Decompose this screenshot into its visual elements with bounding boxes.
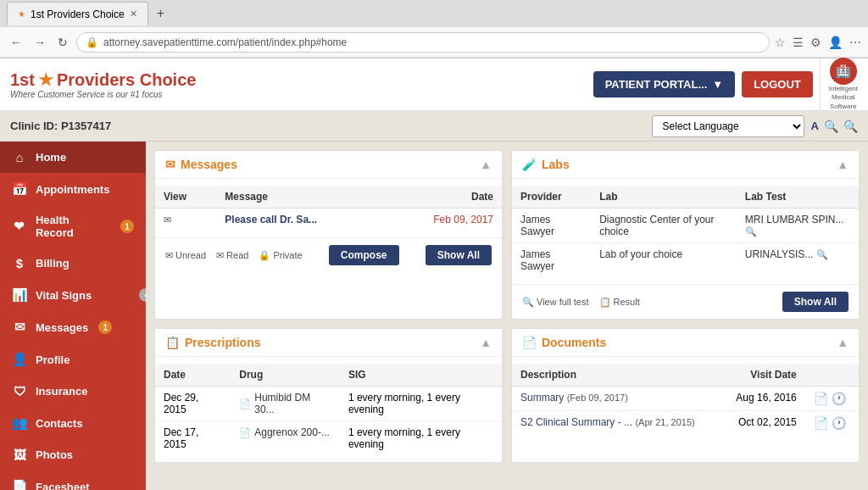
doc-visit-date-2: Oct 02, 2015 [721,411,805,436]
unread-filter[interactable]: ✉ Unread [165,250,206,261]
photos-icon: 🖼 [12,448,27,462]
back-btn[interactable]: ← [7,32,25,53]
sidebar-item-photos[interactable]: 🖼 Photos [0,439,146,471]
sidebar-item-vital-signs[interactable]: 📊 Vital Signs ‹ [0,279,146,311]
vital-signs-icon: 📊 [12,287,27,303]
sidebar-item-contacts[interactable]: 👥 Contacts [0,407,146,439]
rx-col-sig: SIG [340,364,502,387]
messages-card-header: ✉ Messages ▲ [155,151,502,179]
doc-desc-text-2: S2 Clinical Summary - ... [520,416,632,428]
messages-badge: 1 [98,320,112,334]
table-row: James Sawyer Lab of your choice URINALYS… [512,243,859,278]
forward-btn[interactable]: → [31,32,49,53]
sidebar-label-facesheet: Facesheet [36,481,90,491]
browser-chrome: ★ 1st Providers Choice ✕ + ← → ↻ 🔒 attor… [0,0,868,58]
doc-desc-1: Summary (Feb 09, 2017) [512,387,721,411]
contacts-icon: 👥 [12,415,27,431]
sidebar-label-contacts: Contacts [36,417,83,430]
doc-view-icon-1[interactable]: 📄 [814,392,828,405]
result-link[interactable]: 📋 Result [599,297,640,308]
logo-prefix: 1st [10,70,35,90]
labs-card-title: 🧪 Labs [522,158,570,171]
documents-card-header: 📄 Documents ▲ [512,329,859,357]
new-tab-btn[interactable]: + [152,6,170,21]
doc-clock-icon-1[interactable]: 🕐 [832,392,846,405]
sidebar-item-messages[interactable]: ✉ Messages 1 [0,311,146,343]
prescriptions-card-header: 📋 Prescriptions ▲ [155,329,502,357]
sidebar-label-billing: Billing [36,257,70,270]
msg-link[interactable]: Please call Dr. Sa... [225,214,317,226]
messages-show-all-btn[interactable]: Show All [426,245,492,265]
prescriptions-collapse-btn[interactable]: ▲ [480,336,492,349]
logo: 1st ★ Providers Choice Where Customer Se… [10,70,196,99]
lab-provider-1: James Sawyer [512,209,591,243]
doc-actions-2: 📄 🕐 [805,411,859,436]
messages-col-date: Date [384,186,502,209]
prescriptions-card: 📋 Prescriptions ▲ Date Drug SIG [154,328,503,463]
private-label: Private [273,250,302,260]
labs-table: Provider Lab Lab Test James Sawyer Diagn… [512,186,859,277]
menu-icon[interactable]: ☰ [793,36,804,49]
doc-col-desc: Description [512,364,721,387]
doc-view-icon-2[interactable]: 📄 [814,416,828,430]
labs-card-body: Provider Lab Lab Test James Sawyer Diagn… [512,179,859,284]
doc-desc-text-1: Summary [520,392,564,404]
view-full-test-label: View full test [537,297,589,307]
labs-show-all-btn[interactable]: Show All [782,292,849,312]
private-filter[interactable]: 🔒 Private [259,250,302,261]
lab-provider-2: James Sawyer [512,243,591,278]
compose-btn[interactable]: Compose [329,245,399,265]
lab-search-icon-1[interactable]: 🔍 [745,226,757,237]
lab-name-1: Diagnostic Center of your choice [591,209,737,243]
labs-title-text: Labs [542,158,570,171]
lab-search-icon-2[interactable]: 🔍 [816,249,828,259]
doc-clock-icon-2[interactable]: 🕐 [832,416,846,430]
more-icon[interactable]: ⋯ [849,36,861,49]
tab-close-btn[interactable]: ✕ [130,8,137,19]
lab-name-2: Lab of your choice [591,243,737,278]
sidebar-item-appointments[interactable]: 📅 Appointments [0,173,146,205]
content-area: ✉ Messages ▲ View Message Date [146,142,868,490]
table-row: James Sawyer Diagnostic Center of your c… [512,209,859,243]
messages-card-body: View Message Date ✉ Please call Dr. Sa..… [155,179,502,237]
view-full-test-link[interactable]: 🔍 View full test [522,297,589,308]
prescriptions-table: Date Drug SIG Dec 29, 2015 📄Humibid DM 3… [155,364,502,455]
table-row: ✉ Please call Dr. Sa... Feb 09, 2017 [155,209,502,231]
sidebar-item-insurance[interactable]: 🛡 Insurance [0,376,146,407]
documents-title-text: Documents [542,336,606,349]
sidebar-label-home: Home [36,151,66,164]
search-icon-2[interactable]: 🔍 [843,120,858,133]
logo-star-icon: ★ [38,70,53,90]
patient-portal-btn[interactable]: PATIENT PORTAL... ▼ [593,71,735,97]
sidebar-item-profile[interactable]: 👤 Profile [0,343,146,376]
patient-portal-chevron: ▼ [712,78,723,91]
doc-desc-date-2: (Apr 21, 2015) [635,417,694,427]
logout-btn[interactable]: LOGOUT [742,71,813,97]
labs-col-test: Lab Test [737,186,859,209]
messages-collapse-btn[interactable]: ▲ [480,158,492,171]
prescriptions-card-title: 📋 Prescriptions [165,336,260,349]
read-filter[interactable]: ✉ Read [216,250,248,261]
font-size-icon[interactable]: A [811,120,819,133]
bookmark-icon[interactable]: ☆ [775,36,786,49]
labs-collapse-btn[interactable]: ▲ [837,158,849,171]
toolbar-icons: A 🔍 🔍 [811,120,858,133]
address-bar[interactable]: 🔒 attorney.savepatienttime.com/patient/i… [76,32,770,53]
search-icon-1[interactable]: 🔍 [824,120,838,133]
sidebar-label-photos: Photos [36,448,73,461]
sidebar-item-health-record[interactable]: ❤ Health Record 1 [0,205,146,248]
messages-card-title: ✉ Messages [165,158,237,171]
language-select[interactable]: Select Language [652,115,804,137]
documents-collapse-btn[interactable]: ▲ [837,336,849,349]
sidebar-item-billing[interactable]: $ Billing [0,248,146,279]
sidebar: ⌂ Home 📅 Appointments ❤ Health Record 1 … [0,142,146,490]
refresh-btn[interactable]: ↻ [54,32,71,53]
extensions-icon[interactable]: ⚙ [810,36,821,49]
active-tab[interactable]: ★ 1st Providers Choice ✕ [7,2,148,25]
doc-actions-1: 📄 🕐 [805,387,859,411]
profile-icon[interactable]: 👤 [828,36,843,49]
labs-card-header: 🧪 Labs ▲ [512,151,859,179]
sidebar-collapse-btn[interactable]: ‹ [139,288,146,302]
sidebar-item-facesheet[interactable]: 📄 Facesheet [0,471,146,490]
sidebar-item-home[interactable]: ⌂ Home [0,142,146,173]
